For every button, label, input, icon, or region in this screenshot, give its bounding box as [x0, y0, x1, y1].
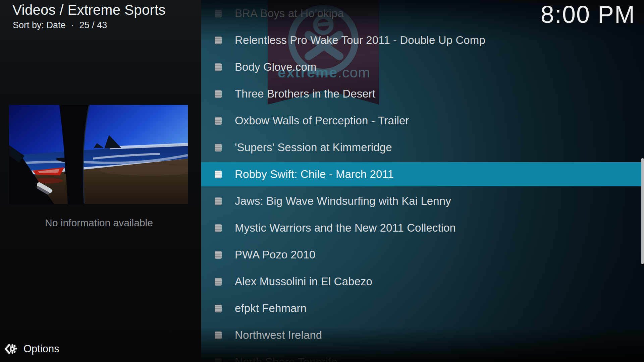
list-item[interactable]: Alex Mussolini in El Cabezo: [201, 268, 644, 295]
video-bullet-icon: [215, 224, 222, 232]
item-count: 25 / 43: [79, 20, 107, 31]
video-thumbnail: [9, 105, 188, 204]
video-bullet-icon: [215, 10, 222, 17]
list-item-label: Relentless Pro Wake Tour 2011 - Double U…: [235, 34, 485, 47]
list-item-label: North Shore Tenerife: [235, 356, 337, 362]
video-bullet-icon: [215, 171, 222, 178]
video-bullet-icon: [215, 117, 222, 125]
list-item-label: Body Glove.com: [235, 61, 317, 73]
list-item-label: Three Brothers in the Desert: [235, 87, 375, 100]
video-list-panel: extreme.com BRA Boys at Ho’okipaRelentle…: [201, 0, 644, 362]
list-item[interactable]: North Shore Tenerife: [201, 349, 644, 362]
options-button[interactable]: Options: [3, 341, 59, 357]
list-item-label: Robby Swift: Chile - March 2011: [235, 168, 394, 181]
video-bullet-icon: [215, 144, 222, 152]
video-list: BRA Boys at Ho’okipaRelentless Pro Wake …: [201, 0, 644, 362]
list-item-label: Jaws: Big Wave Windsurfing with Kai Lenn…: [235, 195, 451, 207]
list-item[interactable]: Three Brothers in the Desert: [201, 80, 644, 107]
video-bullet-icon: [215, 331, 222, 339]
kodi-video-list-screen: extreme.com BRA Boys at Ho’okipaRelentle…: [0, 0, 644, 362]
info-panel: Videos / Extreme Sports Sort by: Date · …: [0, 0, 201, 362]
video-bullet-icon: [215, 358, 222, 362]
separator-dot: ·: [71, 20, 74, 31]
list-item-label: Oxbow Walls of Perception - Trailer: [235, 114, 409, 127]
list-item[interactable]: PWA Pozo 2010: [201, 241, 644, 268]
list-item[interactable]: 'Supers' Session at Kimmeridge: [201, 134, 644, 161]
options-label: Options: [23, 343, 59, 355]
list-item[interactable]: Oxbow Walls of Perception - Trailer: [201, 107, 644, 134]
video-bullet-icon: [215, 37, 222, 44]
sort-info: Sort by: Date · 25 / 43: [13, 20, 107, 31]
list-item-label: PWA Pozo 2010: [235, 248, 315, 261]
video-bullet-icon: [215, 90, 222, 98]
video-bullet-icon: [215, 278, 222, 286]
list-item-label: Mystic Warriors and the New 2011 Collect…: [235, 222, 456, 234]
list-item[interactable]: Northwest Ireland: [201, 322, 644, 349]
list-item[interactable]: Mystic Warriors and the New 2011 Collect…: [201, 215, 644, 241]
list-item-label: BRA Boys at Ho’okipa: [235, 7, 344, 20]
list-item[interactable]: efpkt Fehmarn: [201, 295, 644, 322]
windsurf-beach-photo: [9, 105, 188, 204]
no-information-text: No information available: [0, 217, 198, 229]
options-gear-icon: [3, 342, 18, 356]
list-item[interactable]: Jaws: Big Wave Windsurfing with Kai Lenn…: [201, 188, 644, 215]
sort-by-label: Sort by: Date: [13, 20, 66, 31]
list-item-label: efpkt Fehmarn: [235, 302, 307, 315]
clock-display: 8:00 PM: [541, 1, 635, 28]
video-bullet-icon: [215, 63, 222, 71]
video-bullet-icon: [215, 251, 222, 259]
list-item-label: 'Supers' Session at Kimmeridge: [235, 141, 392, 154]
list-item[interactable]: Relentless Pro Wake Tour 2011 - Double U…: [201, 27, 644, 54]
video-bullet-icon: [215, 305, 222, 312]
list-item[interactable]: Robby Swift: Chile - March 2011: [201, 161, 644, 188]
list-item-label: Northwest Ireland: [235, 329, 322, 342]
video-bullet-icon: [215, 197, 222, 205]
page-title: Videos / Extreme Sports: [12, 2, 200, 18]
scrollbar-thumb[interactable]: [641, 158, 644, 264]
list-item-label: Alex Mussolini in El Cabezo: [235, 275, 372, 288]
list-item[interactable]: Body Glove.com: [201, 54, 644, 80]
